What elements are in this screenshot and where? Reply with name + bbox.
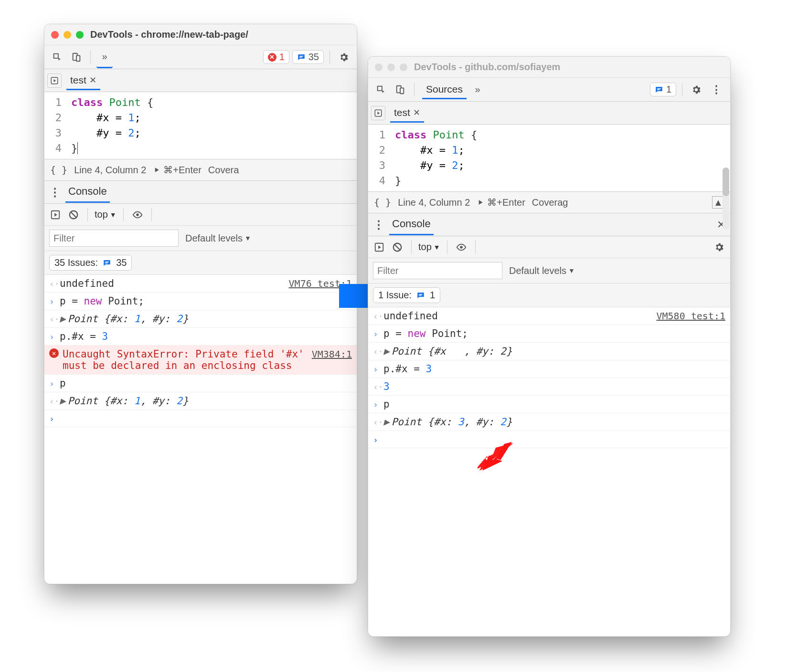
separator <box>447 241 447 254</box>
zoom-dot[interactable] <box>400 63 407 71</box>
sidebar-toggle-icon[interactable] <box>48 208 63 222</box>
issues-badge[interactable]: 1 Issue: 1 <box>373 287 440 303</box>
minimize-dot[interactable] <box>387 63 395 71</box>
message-icon <box>297 53 306 62</box>
separator <box>475 241 476 254</box>
console-panelhead: ⋮ Console <box>44 181 357 204</box>
close-tab-icon[interactable]: ✕ <box>89 75 96 85</box>
log-source-link[interactable]: VM384:1 <box>312 348 352 360</box>
input-chevron-icon: › <box>49 378 60 388</box>
minimize-dot[interactable] <box>64 31 71 39</box>
log-row[interactable]: › p.#x = 3 <box>44 328 357 346</box>
issues-count: 35 <box>116 257 127 268</box>
live-expression-icon[interactable] <box>454 240 468 254</box>
separator <box>87 208 88 221</box>
log-row[interactable]: › p = new Point; <box>368 325 730 343</box>
log-row[interactable]: ‹· 3 <box>368 378 730 396</box>
log-row[interactable]: › p <box>44 375 357 392</box>
console-settings-icon[interactable] <box>712 240 726 254</box>
inspect-icon[interactable] <box>49 49 65 65</box>
titlebar[interactable]: DevTools - github.com/sofiayem <box>368 57 730 78</box>
output-chevron-icon: ‹· <box>373 416 383 427</box>
log-text: undefined <box>383 310 657 322</box>
log-text: p = new Point; <box>383 328 725 339</box>
close-dot[interactable] <box>51 31 59 39</box>
coverage-label[interactable]: Covera <box>208 165 239 176</box>
clear-console-icon[interactable] <box>390 240 404 254</box>
run-snippet-icon[interactable] <box>47 74 62 88</box>
device-toggle-icon[interactable] <box>68 49 85 65</box>
settings-icon[interactable] <box>336 49 352 65</box>
separator <box>90 51 91 64</box>
log-row[interactable]: › p = new Point; <box>44 293 357 310</box>
log-row[interactable]: ‹· ▶Point {#x: 1, #y: 2} <box>368 343 730 360</box>
gutter-line: 2 <box>368 143 390 158</box>
tab-test[interactable]: test ✕ <box>66 71 100 90</box>
log-prompt[interactable]: › <box>44 410 357 427</box>
messages-badge[interactable]: 35 <box>292 50 324 64</box>
context-selector[interactable]: top ▼ <box>95 209 117 220</box>
console-filterrow: Default levels ▼ <box>368 258 730 284</box>
code-editor[interactable]: 1class Point { 2 #x = 1; 3 #y = 2; 4} <box>44 92 357 159</box>
log-text: undefined <box>60 278 289 289</box>
issues-badge[interactable]: 35 Issues: 35 <box>49 255 132 271</box>
tab-test[interactable]: test ✕ <box>390 103 424 123</box>
pretty-print-icon[interactable]: { } <box>50 164 67 176</box>
inspect-icon[interactable] <box>373 82 389 98</box>
coverage-label[interactable]: Coverag <box>532 197 568 208</box>
sidebar-toggle-icon[interactable] <box>372 240 386 254</box>
clear-console-icon[interactable] <box>66 208 81 222</box>
issues-label: 35 Issues: <box>54 257 98 268</box>
kebab-menu-icon[interactable]: ⋮ <box>49 186 61 199</box>
gutter-line: 3 <box>368 158 390 173</box>
overflow-icon[interactable]: » <box>96 46 113 68</box>
pretty-print-icon[interactable]: { } <box>374 197 391 208</box>
log-source-link[interactable]: VM580 test:1 <box>657 310 726 322</box>
log-row[interactable]: ‹· undefined VM76 test:1 <box>44 275 357 293</box>
filter-input[interactable] <box>49 230 179 247</box>
close-tab-icon[interactable]: ✕ <box>413 107 420 118</box>
tab-label: test <box>394 107 410 118</box>
messages-badge[interactable]: 1 <box>650 83 676 96</box>
cursor-position: Line 4, Column 2 <box>74 165 146 176</box>
log-row[interactable]: ‹· undefined VM580 test:1 <box>368 307 730 325</box>
overflow-icon[interactable]: » <box>469 82 486 98</box>
settings-icon[interactable] <box>688 82 704 98</box>
devtools-window-right: DevTools - github.com/sofiayem Sources »… <box>368 56 731 637</box>
gutter-line: 1 <box>44 95 66 110</box>
context-selector[interactable]: top ▼ <box>418 242 440 252</box>
live-expression-icon[interactable] <box>130 208 145 222</box>
tab-label: test <box>70 74 86 86</box>
log-row[interactable]: ‹· ▶Point {#x: 1, #y: 2} <box>44 392 357 410</box>
kebab-menu-icon[interactable]: ⋮ <box>373 218 384 231</box>
separator <box>414 83 415 96</box>
code-editor[interactable]: 1class Point { 2 #x = 1; 3 #y = 2; 4} <box>368 125 730 191</box>
zoom-dot[interactable] <box>76 31 84 39</box>
log-prompt[interactable]: › <box>368 431 730 448</box>
kebab-menu-icon[interactable]: ⋮ <box>707 84 725 96</box>
log-row[interactable]: ‹· ▶Point {#x: 3, #y: 2} <box>368 413 730 431</box>
log-row[interactable]: ‹· ▶Point {#x: 1, #y: 2} <box>44 310 357 328</box>
gutter-line: 4 <box>44 141 66 156</box>
console-filterrow: Default levels ▼ <box>44 226 357 251</box>
filter-input[interactable] <box>373 262 502 279</box>
log-row-error[interactable]: ✕ Uncaught SyntaxError: Private field '#… <box>44 346 357 375</box>
tab-sources[interactable]: Sources <box>422 80 467 99</box>
gutter-line: 2 <box>44 110 66 126</box>
log-row[interactable]: › p.#x = 3 <box>368 360 730 378</box>
log-levels-selector[interactable]: Default levels ▼ <box>185 233 251 244</box>
scrollbar-thumb[interactable] <box>723 168 729 196</box>
tab-console[interactable]: Console <box>389 214 434 235</box>
log-levels-selector[interactable]: Default levels ▼ <box>509 265 575 276</box>
tab-console[interactable]: Console <box>65 181 110 203</box>
input-chevron-icon: › <box>49 295 60 306</box>
run-hint[interactable]: ⌘+Enter <box>477 197 525 208</box>
log-row[interactable]: › p <box>368 396 730 413</box>
run-snippet-icon[interactable] <box>371 106 385 120</box>
close-dot[interactable] <box>375 63 383 71</box>
errors-badge[interactable]: ✕ 1 <box>263 50 289 64</box>
run-hint[interactable]: ⌘+Enter <box>153 164 201 176</box>
titlebar[interactable]: DevTools - chrome://new-tab-page/ <box>44 24 357 45</box>
device-toggle-icon[interactable] <box>392 82 408 98</box>
separator <box>330 51 330 64</box>
